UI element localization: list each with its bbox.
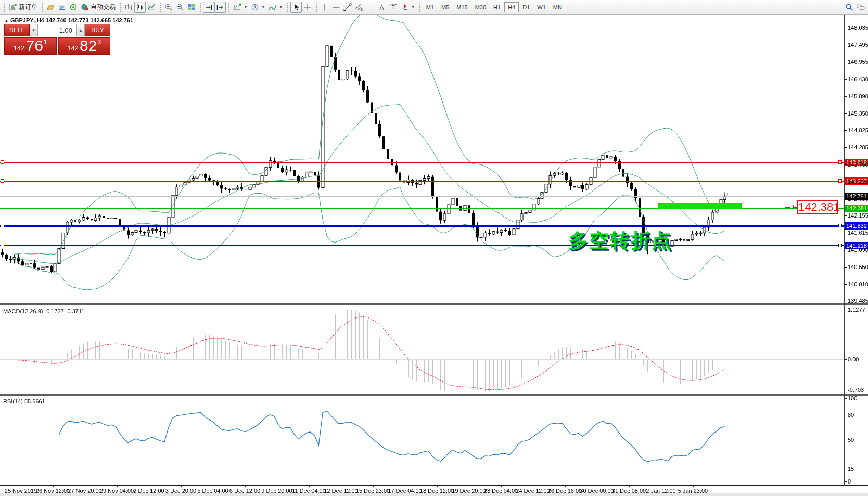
periods-dropdown-icon[interactable]: ▼ [261, 5, 265, 9]
indicators-button[interactable]: ▼ [267, 2, 285, 13]
rsi-name: RSI(14) [3, 398, 23, 404]
toolbar-grip[interactable] [418, 2, 421, 12]
chat-icon [857, 3, 865, 11]
new-chart-icon [233, 3, 241, 11]
candlestick-mode-button[interactable] [134, 2, 146, 13]
trendline-button[interactable] [342, 2, 353, 13]
arrows-button[interactable]: ▼ [399, 2, 417, 13]
toolbar-grip[interactable] [3, 2, 6, 12]
toolbar-grip[interactable] [315, 2, 317, 12]
price-label-handle[interactable] [790, 205, 794, 208]
buy-price-button[interactable]: 142823 [58, 37, 111, 55]
toolbar-grip[interactable] [119, 2, 121, 12]
vertical-line-icon [321, 3, 329, 11]
timeframe-w1-button[interactable]: W1 [533, 2, 550, 12]
new-order-button[interactable]: 新订单 [7, 2, 39, 13]
market-watch-icon [58, 3, 66, 11]
search-icon [845, 3, 853, 11]
zoom-out-icon [176, 3, 184, 11]
timeframe-m5-button[interactable]: M5 [438, 2, 453, 12]
new-order-label: 新订单 [19, 3, 37, 11]
volume-increase-button[interactable]: ▲ [76, 24, 85, 36]
navigator-button[interactable] [68, 2, 79, 13]
new-chart-dropdown-icon[interactable]: ▼ [244, 5, 248, 9]
macd-indicator-label: MACD(12,26,9) -0.1727 -0.3711 [3, 308, 84, 314]
macd-name: MACD(12,26,9) [3, 308, 43, 314]
vertical-line-button[interactable] [319, 2, 330, 13]
chinese-annotation-text[interactable]: 多空转折点 [568, 227, 672, 254]
equidistant-channel-button[interactable]: E [353, 2, 365, 13]
new-chart-button[interactable]: ▼ [232, 2, 249, 13]
text-button[interactable]: A [376, 2, 388, 13]
line-chart-mode-icon [147, 3, 156, 11]
horizontal-line-icon [332, 3, 340, 11]
trendline-icon [343, 3, 352, 11]
text-label-button[interactable]: T [388, 2, 399, 13]
toolbar-grip[interactable] [286, 2, 289, 12]
svg-text:T: T [391, 5, 394, 10]
toolbar-grip[interactable] [159, 2, 161, 12]
macd-signal-value: -0.3711 [66, 308, 85, 314]
chart-area: ▲GBPJPY-,H4 142.740 142.773 142.665 142.… [0, 15, 868, 496]
timeframe-mn-button[interactable]: MN [550, 2, 566, 12]
time-axis-border [0, 485, 868, 486]
highlight-trend-segment[interactable] [658, 203, 742, 209]
bar-chart-mode-button[interactable] [123, 2, 134, 13]
buy-price-point: 3 [97, 39, 101, 45]
buy-button[interactable]: BUY [85, 24, 110, 36]
toolbar-grip[interactable] [41, 2, 43, 12]
sell-price-base: 142 [14, 43, 25, 54]
toolbar-grip[interactable] [199, 2, 201, 12]
arrows-dropdown-icon[interactable]: ▼ [411, 5, 415, 9]
timeframe-m15-button[interactable]: M15 [453, 2, 471, 12]
charts-profile-button[interactable] [45, 2, 56, 13]
timeframe-m30-button[interactable]: M30 [471, 2, 490, 12]
price-callout-label[interactable]: 142.381 [797, 200, 838, 214]
line-chart-mode-button[interactable] [146, 2, 157, 13]
auto-trading-label: 自动交易 [91, 3, 116, 11]
auto-trading-button[interactable]: 自动交易 [79, 2, 117, 13]
timeframe-d1-button[interactable]: D1 [519, 2, 533, 12]
zoom-in-button[interactable] [163, 2, 174, 13]
auto-scroll-icon [205, 3, 213, 11]
horizontal-line-button[interactable] [330, 2, 342, 13]
chat-button[interactable] [855, 2, 866, 13]
chart-shift-icon [216, 3, 224, 11]
sell-button[interactable]: SELL [4, 24, 30, 36]
crosshair-button[interactable] [302, 2, 313, 13]
pane-separator-macd[interactable] [0, 303, 868, 305]
chart-shift-button[interactable] [214, 2, 226, 13]
chart-ohlc-header: ▲GBPJPY-,H4 142.740 142.773 142.665 142.… [4, 17, 133, 23]
fibonacci-button[interactable]: F [365, 2, 376, 13]
text-label-icon: T [389, 3, 398, 11]
indicators-dropdown-icon[interactable]: ▼ [279, 5, 283, 9]
pane-separator-rsi[interactable] [0, 394, 868, 396]
ohlc-close: 142.761 [112, 17, 133, 23]
ohlc-high: 142.773 [68, 17, 89, 23]
search-button[interactable] [844, 2, 855, 13]
timeframe-m1-button[interactable]: M1 [423, 2, 438, 12]
new-order-icon [9, 3, 17, 11]
crosshair-icon [303, 3, 312, 11]
arrows-icon [401, 3, 409, 11]
ohlc-open: 142.740 [46, 17, 67, 23]
charts-profile-icon [46, 3, 55, 11]
zoom-out-button[interactable] [174, 2, 186, 13]
text-icon: A [378, 3, 386, 11]
volume-decrease-button[interactable]: ▼ [30, 24, 38, 36]
market-watch-button[interactable] [56, 2, 68, 13]
toolbar-grip[interactable] [227, 2, 230, 12]
bar-chart-mode-icon [124, 3, 133, 11]
timeframe-h1-button[interactable]: H1 [490, 2, 504, 12]
timeframe-h4-button[interactable]: H4 [504, 2, 519, 12]
rsi-value: 55.6661 [24, 398, 45, 404]
auto-scroll-button[interactable] [203, 2, 214, 13]
symbol-arrow-icon: ▲ [4, 18, 9, 23]
price-chart-canvas[interactable] [0, 15, 868, 496]
periods-button[interactable]: ▼ [249, 2, 267, 13]
cursor-button[interactable] [290, 2, 302, 13]
sell-price-button[interactable]: 142761 [4, 37, 57, 55]
volume-input[interactable]: 1.00 [38, 24, 76, 36]
tile-windows-button[interactable] [186, 2, 197, 13]
auto-trading-icon [81, 3, 89, 11]
